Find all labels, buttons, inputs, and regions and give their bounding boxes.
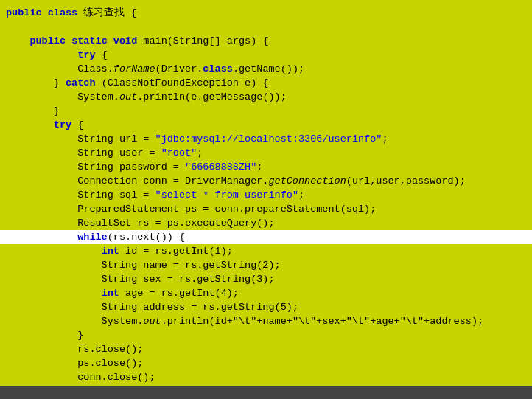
code-line-14: String sql = "select * from userinfo"; — [0, 188, 532, 202]
code-line-1: public class 练习查找 { — [0, 6, 532, 20]
code-line-5: Class.forName(Driver.class.getName()); — [0, 62, 532, 76]
code-line-19: String name = rs.getString(2); — [0, 258, 532, 272]
code-line-22: String address = rs.getString(5); — [0, 300, 532, 314]
code-line-6: } catch (ClassNotFoundException e) { — [0, 76, 532, 90]
code-line-10: String url = "jdbc:mysql://localhost:330… — [0, 132, 532, 146]
code-line-12: String password = "66668888ZH"; — [0, 160, 532, 174]
code-line-7: System.out.println(e.getMessage()); — [0, 90, 532, 104]
code-line-11: String user = "root"; — [0, 146, 532, 160]
status-bar — [0, 386, 532, 399]
code-line-8: } — [0, 104, 532, 118]
code-line-13: Connection conn = DriverManager.getConne… — [0, 174, 532, 188]
code-line-9: try { — [0, 118, 532, 132]
code-line-3: public static void main(String[] args) { — [0, 34, 532, 48]
code-line-20: String sex = rs.getString(3); — [0, 272, 532, 286]
code-line-2 — [0, 20, 532, 34]
code-editor: public class 练习查找 { public static void m… — [0, 0, 532, 399]
code-line-26: ps.close(); — [0, 356, 532, 370]
code-line-27: conn.close(); — [0, 370, 532, 384]
code-line-21: int age = rs.getInt(4); — [0, 286, 532, 300]
code-line-17: while(rs.next()) { — [0, 230, 532, 244]
code-line-24: } — [0, 328, 532, 342]
code-line-23: System.out.println(id+"\t"+name+"\t"+sex… — [0, 314, 532, 328]
code-line-15: PreparedStatement ps = conn.prepareState… — [0, 202, 532, 216]
code-line-16: ResultSet rs = ps.executeQuery(); — [0, 216, 532, 230]
code-line-18: int id = rs.getInt(1); — [0, 244, 532, 258]
code-line-25: rs.close(); — [0, 342, 532, 356]
code-line-4: try { — [0, 48, 532, 62]
